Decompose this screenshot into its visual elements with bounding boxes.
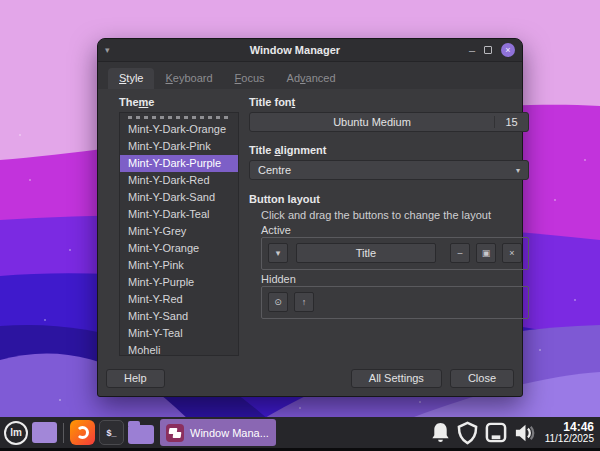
layout-stick-button[interactable]: ⊙ [268,292,288,312]
active-buttons-frame: ▾ Title – ▣ × [261,237,529,270]
theme-label: Theme [119,96,239,108]
theme-item[interactable]: Mint-Y-Dark-Sand [120,189,238,206]
tab-label: anced [306,72,336,84]
theme-item[interactable]: Mint-Y-Dark-Orange [120,121,238,138]
window-manager-dialog: ▾ Window Manager – × Style Keyboard Focu… [97,38,523,397]
clock-date: 11/12/2025 [545,433,594,444]
system-tray [430,421,537,445]
window-menu-icon[interactable]: ▾ [105,45,121,55]
font-size: 15 [494,116,528,128]
tab-style[interactable]: Style [108,68,154,89]
maximize-icon[interactable] [484,46,492,54]
style-tab-content: Theme Mint-Y-Dark-Orange Mint-Y-Dark-Pin… [98,89,522,366]
shield-icon[interactable] [456,421,479,445]
minimize-icon[interactable]: – [469,46,475,54]
window-title: Window Manager [121,44,469,56]
layout-minimize-button[interactable]: – [450,243,470,263]
close-button[interactable]: Close [450,369,514,388]
layout-shade-button[interactable]: ↑ [294,292,314,312]
alignment-dropdown[interactable]: Centre ▾ [249,160,529,180]
task-button-label: Window Mana... [190,427,269,439]
layout-maximize-button[interactable]: ▣ [476,243,496,263]
taskbar: lm $_ Window Mana... [0,417,600,451]
tab-advanced[interactable]: Advanced [276,68,347,89]
chevron-down-icon: ▾ [516,166,520,175]
theme-item[interactable]: Moheli [120,342,238,356]
theme-item[interactable]: Mint-Y-Purple [120,274,238,291]
clipped-list-item [128,116,228,119]
button-layout-hint: Click and drag the buttons to change the… [261,209,529,221]
tab-focus[interactable]: Focus [224,68,276,89]
theme-item[interactable]: Mint-Y-Red [120,291,238,308]
screen-icon[interactable] [484,421,508,444]
tab-keyboard[interactable]: Keyboard [154,68,223,89]
layout-menu-button[interactable]: ▾ [268,243,288,263]
theme-item[interactable]: Mint-Y-Pink [120,257,238,274]
alignment-value: Centre [258,164,516,176]
clock[interactable]: 14:46 11/12/2025 [545,422,594,444]
help-button[interactable]: Help [106,369,165,388]
theme-list[interactable]: Mint-Y-Dark-Orange Mint-Y-Dark-Pink Mint… [119,112,239,356]
mint-menu-button[interactable]: lm [4,421,28,445]
show-desktop-button[interactable] [32,422,57,443]
close-icon[interactable]: × [501,43,515,57]
tab-label: tyle [126,72,143,84]
bell-icon[interactable] [430,421,451,444]
panel-separator [63,423,64,443]
desktop: ▾ Window Manager – × Style Keyboard Focu… [0,0,600,451]
theme-item[interactable]: Mint-Y-Grey [120,223,238,240]
theme-item[interactable]: Mint-Y-Dark-Red [120,172,238,189]
theme-item[interactable]: Mint-Y-Dark-Teal [120,206,238,223]
tab-label: eyboard [173,72,213,84]
dialog-footer: Help All Settings Close [98,366,522,396]
firefox-swirl [76,426,89,439]
firefox-icon[interactable] [70,420,95,445]
file-manager-icon[interactable] [128,425,154,444]
title-alignment-label: Title alignment [249,144,529,156]
theme-item-selected[interactable]: Mint-Y-Dark-Purple [120,155,238,172]
theme-item[interactable]: Mint-Y-Dark-Pink [120,138,238,155]
terminal-icon[interactable]: $_ [99,420,124,445]
layout-close-button[interactable]: × [502,243,522,263]
tab-label: Ad [287,72,300,84]
hidden-label: Hidden [261,273,529,285]
button-layout-label: Button layout [249,193,529,205]
hidden-buttons-frame: ⊙ ↑ [261,286,529,319]
clock-time: 14:46 [545,422,594,433]
font-name: Ubuntu Medium [250,116,494,128]
tab-label: ocus [241,72,264,84]
window-manager-app-icon [166,424,184,442]
all-settings-button[interactable]: All Settings [351,369,442,388]
theme-item[interactable]: Mint-Y-Orange [120,240,238,257]
tab-label: K [165,72,172,84]
theme-item[interactable]: Mint-Y-Sand [120,308,238,325]
layout-title-button[interactable]: Title [296,243,436,263]
titlebar[interactable]: ▾ Window Manager – × [98,39,522,62]
title-font-label: Title font [249,96,529,108]
theme-item[interactable]: Mint-Y-Teal [120,325,238,342]
active-label: Active [261,224,529,236]
tab-strip: Style Keyboard Focus Advanced [98,62,522,89]
font-select-button[interactable]: Ubuntu Medium 15 [249,112,529,132]
task-button-window-manager[interactable]: Window Mana... [160,419,276,446]
volume-icon[interactable] [513,421,537,445]
